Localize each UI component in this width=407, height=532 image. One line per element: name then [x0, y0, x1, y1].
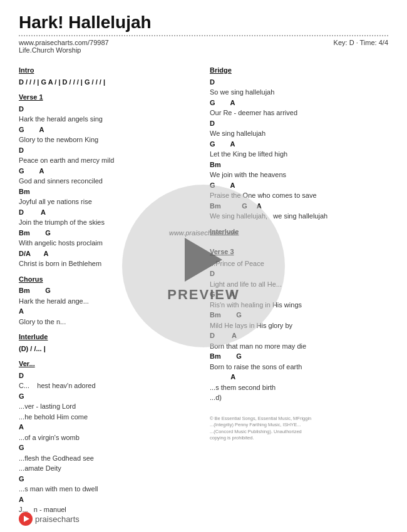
chord: D — [19, 145, 197, 156]
chord: G A — [19, 125, 197, 135]
chorus-heading: Chorus — [19, 274, 197, 285]
lyric: ...he behold Him come — [19, 412, 197, 422]
lyric: ...flesh the Godhead see — [19, 453, 197, 464]
chord: D — [19, 371, 197, 381]
lyric: Peace on earth and mercy mild — [19, 155, 197, 166]
chord: Bm — [19, 187, 197, 197]
chord: G A — [210, 98, 388, 108]
lyric: Join the triumph of the skies — [19, 217, 197, 228]
copyright-text: © Be Essential Songs, Essential Music, M… — [210, 416, 388, 442]
right-column: Bridge D So we sing hallelujah G A Our R… — [210, 60, 388, 515]
chord: Bm G — [19, 285, 197, 296]
content-area: Intro D / / / | G A / | D / / / | G / / … — [19, 60, 388, 515]
lyric: ...amate Deity — [19, 463, 197, 474]
lyric: ...of a virgin's womb — [19, 432, 197, 443]
lyric: ...s them second birth — [210, 382, 388, 393]
verse2-heading: Ver... — [19, 359, 197, 369]
chord: G — [19, 391, 197, 402]
chord: D — [210, 269, 388, 279]
page: Hark! Hallelujah www.praisecharts.com/79… — [0, 0, 407, 532]
chord: Bm G — [19, 228, 197, 238]
left-column: Intro D / / / | G A / | D / / / | G / / … — [19, 60, 197, 515]
url-artist: www.praisecharts.com/79987 Life.Church W… — [19, 39, 109, 54]
logo-circle — [19, 512, 33, 526]
chord: Bm — [210, 160, 388, 170]
chord: D/A A — [19, 248, 197, 259]
footer: praisecharts — [19, 512, 388, 526]
lyric: Ris'n with healing in His wings — [210, 300, 388, 310]
lyric: We sing hallelujah — [210, 128, 388, 139]
interlude2-heading: Interlude — [210, 227, 388, 237]
chord: Bm G — [210, 351, 388, 362]
verse3-heading: Verse 3 — [210, 247, 388, 257]
chord: D — [19, 104, 197, 115]
intro-heading: Intro — [19, 65, 197, 76]
lyric: God and sinners reconciled — [19, 176, 197, 187]
key-time: Key: D · Time: 4/4 — [334, 39, 388, 54]
chord: A — [19, 494, 197, 505]
subtitle-line: www.praisecharts.com/79987 Life.Church W… — [19, 39, 388, 54]
chord: D A — [210, 330, 388, 341]
chord: G — [19, 474, 197, 484]
lyric: Glory to the n... — [19, 317, 197, 327]
lyric: Born that man no more may die — [210, 341, 388, 352]
chord: G A — [19, 166, 197, 176]
lyric: Let the King be lifted high — [210, 149, 388, 160]
lyric: ...d) — [210, 392, 388, 403]
logo-play-icon — [24, 516, 29, 522]
lyric: Hark the herald angels sing — [19, 114, 197, 125]
lyric: We join with the heavens — [210, 170, 388, 180]
lyric: Mild He lays in His glory by — [210, 320, 388, 331]
chord: Bm G A — [210, 201, 388, 212]
chord: G A — [210, 289, 388, 300]
bridge-heading: Bridge — [210, 65, 388, 76]
chord: D — [210, 77, 388, 88]
brand-name: praisecharts — [35, 514, 80, 524]
lyric: Born to raise the sons of earth — [210, 362, 388, 372]
lyric: ...s man with men to dwell — [19, 484, 197, 494]
chord: G A — [210, 139, 388, 150]
lyric: With angelic hosts proclaim — [19, 238, 197, 248]
lyric: Christ is born in Bethlehem — [19, 258, 197, 269]
interlude1-content: (D) / /... | — [19, 344, 197, 354]
lyric: Joyful all ye nations rise — [19, 197, 197, 207]
lyric: C... hest heav'n adored — [19, 381, 197, 391]
lyric: Our Re - deemer has arrived — [210, 108, 388, 118]
verse1-heading: Verse 1 — [19, 92, 197, 103]
lyric: Praise the One who comes to save — [210, 190, 388, 201]
page-title: Hark! Hallelujah — [19, 13, 388, 33]
chord: A — [19, 422, 197, 432]
lyric: Glory to the newborn King — [19, 135, 197, 145]
divider — [19, 35, 388, 36]
chord: Bm G — [210, 310, 388, 320]
chord: G A — [210, 180, 388, 191]
chord: G — [19, 442, 197, 453]
lyric: ...Prince of Peace — [210, 258, 388, 269]
intro-content: D / / / | G A / | D / / / | G / / / | — [19, 77, 197, 88]
lyric: We sing hallelujah, we sing hallelujah — [210, 211, 388, 222]
chord: A — [210, 372, 388, 382]
chord: A — [19, 306, 197, 317]
chord: D — [210, 118, 388, 129]
lyric: ...ver - lasting Lord — [19, 401, 197, 412]
interlude1-heading: Interlude — [19, 332, 197, 342]
footer-logo: praisecharts — [19, 512, 80, 526]
lyric: Hark the herald ange... — [19, 296, 197, 307]
chord: D A — [19, 207, 197, 218]
lyric: Light and life to all He... — [210, 279, 388, 290]
lyric: So we sing hallelujah — [210, 87, 388, 98]
